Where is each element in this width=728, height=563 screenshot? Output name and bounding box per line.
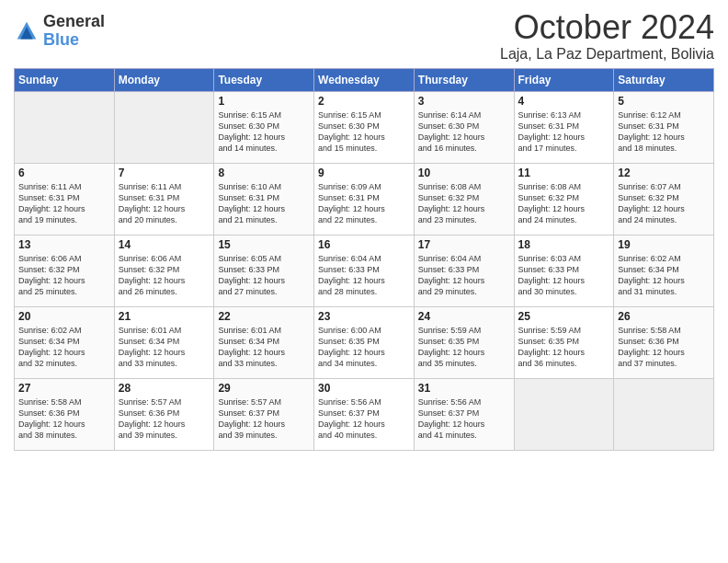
calendar-cell: 26Sunrise: 5:58 AMSunset: 6:36 PMDayligh… <box>614 306 714 378</box>
calendar-cell: 29Sunrise: 5:57 AMSunset: 6:37 PMDayligh… <box>214 378 314 450</box>
day-number: 20 <box>18 310 110 323</box>
logo-general: General <box>43 13 105 31</box>
cell-info: Sunrise: 6:06 AMSunset: 6:32 PMDaylight:… <box>119 253 210 298</box>
title-block: October 2024 Laja, La Paz Department, Bo… <box>500 9 714 63</box>
cell-info: Sunrise: 6:02 AMSunset: 6:34 PMDaylight:… <box>618 253 710 298</box>
calendar-cell <box>614 378 714 450</box>
cell-info: Sunrise: 6:05 AMSunset: 6:33 PMDaylight:… <box>218 253 310 298</box>
location: Laja, La Paz Department, Bolivia <box>500 46 714 63</box>
calendar-cell: 24Sunrise: 5:59 AMSunset: 6:35 PMDayligh… <box>414 306 514 378</box>
calendar-cell: 17Sunrise: 6:04 AMSunset: 6:33 PMDayligh… <box>414 235 514 306</box>
cell-info: Sunrise: 5:58 AMSunset: 6:36 PMDaylight:… <box>18 396 110 442</box>
day-number: 18 <box>518 238 610 251</box>
cell-info: Sunrise: 6:12 AMSunset: 6:31 PMDaylight:… <box>618 109 710 155</box>
day-number: 22 <box>218 310 310 323</box>
header-row: SundayMondayTuesdayWednesdayThursdayFrid… <box>15 68 714 91</box>
day-number: 11 <box>518 167 610 179</box>
cell-info: Sunrise: 6:03 AMSunset: 6:33 PMDaylight:… <box>518 253 610 298</box>
calendar-cell: 8Sunrise: 6:10 AMSunset: 6:31 PMDaylight… <box>214 163 314 235</box>
cell-info: Sunrise: 6:08 AMSunset: 6:32 PMDaylight:… <box>518 181 610 226</box>
cell-info: Sunrise: 5:57 AMSunset: 6:36 PMDaylight:… <box>119 396 210 442</box>
week-row-1: 1Sunrise: 6:15 AMSunset: 6:30 PMDaylight… <box>15 91 714 163</box>
day-number: 13 <box>18 238 110 251</box>
calendar-cell <box>514 378 614 450</box>
day-number: 6 <box>18 167 110 179</box>
calendar-cell: 18Sunrise: 6:03 AMSunset: 6:33 PMDayligh… <box>514 235 614 306</box>
logo-icon <box>14 18 40 44</box>
day-number: 21 <box>119 310 210 323</box>
calendar-cell: 4Sunrise: 6:13 AMSunset: 6:31 PMDaylight… <box>514 91 614 163</box>
calendar-cell: 3Sunrise: 6:14 AMSunset: 6:30 PMDaylight… <box>414 91 514 163</box>
cell-info: Sunrise: 6:04 AMSunset: 6:33 PMDaylight:… <box>318 253 410 298</box>
calendar-cell: 28Sunrise: 5:57 AMSunset: 6:36 PMDayligh… <box>114 378 214 450</box>
day-header-wednesday: Wednesday <box>314 68 415 91</box>
day-number: 17 <box>418 238 510 251</box>
day-number: 14 <box>119 238 210 251</box>
day-header-friday: Friday <box>514 68 614 91</box>
calendar-cell: 19Sunrise: 6:02 AMSunset: 6:34 PMDayligh… <box>614 235 714 306</box>
logo-text: General Blue <box>43 13 105 50</box>
header: General Blue October 2024 Laja, La Paz D… <box>14 9 714 63</box>
day-number: 5 <box>618 95 710 108</box>
day-number: 3 <box>418 95 510 108</box>
cell-info: Sunrise: 6:10 AMSunset: 6:31 PMDaylight:… <box>218 181 310 226</box>
day-header-thursday: Thursday <box>414 68 514 91</box>
calendar-cell: 25Sunrise: 5:59 AMSunset: 6:35 PMDayligh… <box>514 306 614 378</box>
logo-blue: Blue <box>43 31 105 50</box>
day-number: 19 <box>618 238 710 251</box>
day-number: 30 <box>318 382 410 395</box>
day-number: 26 <box>618 310 710 323</box>
day-number: 8 <box>218 167 310 179</box>
cell-info: Sunrise: 5:58 AMSunset: 6:36 PMDaylight:… <box>618 325 710 370</box>
day-number: 9 <box>318 167 410 179</box>
cell-info: Sunrise: 6:15 AMSunset: 6:30 PMDaylight:… <box>318 109 410 155</box>
page: General Blue October 2024 Laja, La Paz D… <box>0 0 728 563</box>
calendar-cell: 10Sunrise: 6:08 AMSunset: 6:32 PMDayligh… <box>414 163 514 235</box>
calendar-cell: 21Sunrise: 6:01 AMSunset: 6:34 PMDayligh… <box>114 306 214 378</box>
week-row-3: 13Sunrise: 6:06 AMSunset: 6:32 PMDayligh… <box>15 235 714 306</box>
cell-info: Sunrise: 6:01 AMSunset: 6:34 PMDaylight:… <box>218 325 310 370</box>
day-number: 15 <box>218 238 310 251</box>
cell-info: Sunrise: 6:04 AMSunset: 6:33 PMDaylight:… <box>418 253 510 298</box>
calendar-cell: 1Sunrise: 6:15 AMSunset: 6:30 PMDaylight… <box>214 91 314 163</box>
day-number: 27 <box>18 382 110 395</box>
cell-info: Sunrise: 6:11 AMSunset: 6:31 PMDaylight:… <box>18 181 110 226</box>
cell-info: Sunrise: 5:59 AMSunset: 6:35 PMDaylight:… <box>518 325 610 370</box>
cell-info: Sunrise: 6:11 AMSunset: 6:31 PMDaylight:… <box>119 181 210 226</box>
calendar-cell <box>15 91 115 163</box>
cell-info: Sunrise: 6:14 AMSunset: 6:30 PMDaylight:… <box>418 109 510 155</box>
cell-info: Sunrise: 6:15 AMSunset: 6:30 PMDaylight:… <box>218 109 310 155</box>
day-header-sunday: Sunday <box>15 68 115 91</box>
calendar-cell: 30Sunrise: 5:56 AMSunset: 6:37 PMDayligh… <box>314 378 415 450</box>
calendar-cell <box>114 91 214 163</box>
day-number: 7 <box>119 167 210 179</box>
day-number: 16 <box>318 238 410 251</box>
week-row-4: 20Sunrise: 6:02 AMSunset: 6:34 PMDayligh… <box>15 306 714 378</box>
week-row-5: 27Sunrise: 5:58 AMSunset: 6:36 PMDayligh… <box>15 378 714 450</box>
cell-info: Sunrise: 6:01 AMSunset: 6:34 PMDaylight:… <box>119 325 210 370</box>
day-header-tuesday: Tuesday <box>214 68 314 91</box>
calendar-cell: 7Sunrise: 6:11 AMSunset: 6:31 PMDaylight… <box>114 163 214 235</box>
cell-info: Sunrise: 6:08 AMSunset: 6:32 PMDaylight:… <box>418 181 510 226</box>
calendar-cell: 5Sunrise: 6:12 AMSunset: 6:31 PMDaylight… <box>614 91 714 163</box>
calendar-cell: 13Sunrise: 6:06 AMSunset: 6:32 PMDayligh… <box>15 235 115 306</box>
day-number: 2 <box>318 95 410 108</box>
calendar-cell: 31Sunrise: 5:56 AMSunset: 6:37 PMDayligh… <box>414 378 514 450</box>
calendar-cell: 2Sunrise: 6:15 AMSunset: 6:30 PMDaylight… <box>314 91 415 163</box>
cell-info: Sunrise: 6:13 AMSunset: 6:31 PMDaylight:… <box>518 109 610 155</box>
cell-info: Sunrise: 6:07 AMSunset: 6:32 PMDaylight:… <box>618 181 710 226</box>
cell-info: Sunrise: 6:06 AMSunset: 6:32 PMDaylight:… <box>18 253 110 298</box>
day-number: 31 <box>418 382 510 395</box>
calendar-cell: 11Sunrise: 6:08 AMSunset: 6:32 PMDayligh… <box>514 163 614 235</box>
day-number: 4 <box>518 95 610 108</box>
cell-info: Sunrise: 6:02 AMSunset: 6:34 PMDaylight:… <box>18 325 110 370</box>
calendar-cell: 22Sunrise: 6:01 AMSunset: 6:34 PMDayligh… <box>214 306 314 378</box>
day-number: 10 <box>418 167 510 179</box>
month-title: October 2024 <box>500 9 714 46</box>
calendar-cell: 15Sunrise: 6:05 AMSunset: 6:33 PMDayligh… <box>214 235 314 306</box>
logo: General Blue <box>14 13 105 50</box>
cell-info: Sunrise: 5:56 AMSunset: 6:37 PMDaylight:… <box>418 396 510 442</box>
day-number: 28 <box>119 382 210 395</box>
calendar-cell: 6Sunrise: 6:11 AMSunset: 6:31 PMDaylight… <box>15 163 115 235</box>
day-number: 23 <box>318 310 410 323</box>
